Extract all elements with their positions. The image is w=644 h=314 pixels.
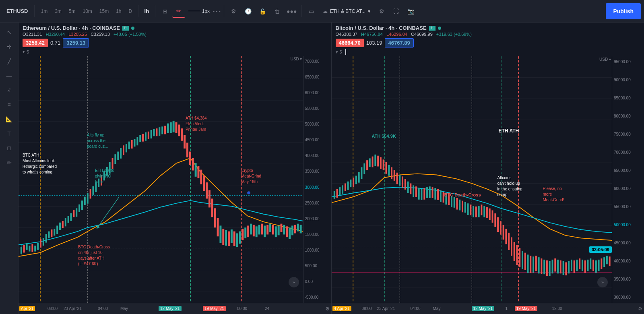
tf-10m[interactable]: 10m [80,7,95,16]
svg-rect-31 [59,223,61,230]
more-icon[interactable]: ●●● [285,5,298,18]
measure-tool[interactable]: 📐 [3,113,16,126]
eth-time-0800: 08:00 [47,306,58,311]
eth-price-mid: 0.71 [50,40,60,46]
svg-rect-235 [595,260,597,273]
alert-icon[interactable]: 🕐 [242,5,255,18]
btc-time-settings[interactable]: ⚙ [638,306,642,312]
svg-rect-82 [200,170,202,184]
btc-time-12may: 12 May '21 [472,306,495,311]
chart-name-dropdown[interactable]: ▾ [368,8,370,14]
chart-name-label: ETH & BTC AT... [330,8,365,14]
svg-rect-63 [148,132,149,139]
eth-collapse-btn[interactable]: ▾ 5 [23,49,327,54]
svg-rect-200 [500,221,501,234]
btc-price-mid: 103.19 [366,40,382,46]
svg-rect-34 [68,216,69,223]
svg-rect-79 [192,158,194,171]
eth-time-settings[interactable]: ⚙ [325,306,330,312]
btc-chart-body[interactable]: USD ▾ [332,56,644,303]
svg-rect-109 [275,226,277,237]
svg-rect-187 [464,202,466,213]
svg-rect-208 [522,251,523,269]
svg-rect-226 [570,260,572,271]
btc-time-23apr: 23 Apr '21 [377,306,395,311]
svg-rect-168 [413,185,414,197]
svg-rect-38 [78,205,80,212]
svg-rect-30 [56,225,58,234]
layout-icon[interactable]: ⊞ [159,5,171,18]
tf-5m[interactable]: 5m [66,7,78,16]
chart-settings-icon[interactable]: ⚙ [375,5,388,18]
svg-rect-232 [587,260,588,271]
svg-rect-47 [103,171,105,180]
tf-15m[interactable]: 15m [97,7,111,16]
svg-rect-83 [203,176,205,191]
svg-rect-148 [358,172,359,183]
chart-name-area: ☁ ETH & BTC AT... ▾ [320,8,374,14]
svg-rect-89 [219,225,221,243]
snapshot-icon[interactable]: 📷 [404,5,417,18]
svg-rect-53 [120,148,122,159]
svg-rect-33 [65,218,66,226]
eth-chart-body[interactable]: USD ▾ [19,56,331,303]
btc-change: +319.63 (+0.69%) [436,32,472,37]
text-tool[interactable]: T [3,127,16,140]
svg-rect-211 [530,256,531,273]
tf-1m[interactable]: 1m [38,7,50,16]
svg-rect-214 [538,257,539,273]
svg-rect-72 [173,121,175,132]
svg-rect-67 [159,127,160,136]
svg-rect-118 [300,225,302,233]
svg-rect-71 [170,122,172,133]
trash-icon[interactable]: 🗑 [271,5,284,18]
panel-icon[interactable]: ▭ [305,5,318,18]
svg-rect-102 [256,226,258,237]
horizontal-line-tool[interactable]: — [3,69,16,82]
fib-tool[interactable]: ≡ [3,98,16,111]
eth-title-row: Ethereum / U.S. Dollar · 4h · COINBASE 🏳 [23,25,327,31]
svg-rect-54 [123,145,124,155]
svg-rect-153 [372,157,373,167]
svg-rect-201 [502,225,504,240]
symbol-label: ETHUSD [3,8,31,14]
publish-button[interactable]: Publish [606,3,641,19]
btc-collapse-val: 5 [340,50,342,54]
brush-tool[interactable]: ✏ [3,156,16,169]
fullscreen-icon[interactable]: ⛶ [390,5,402,18]
settings-icon[interactable]: ⚙ [227,5,240,18]
svg-rect-183 [453,197,455,208]
svg-rect-176 [434,188,436,200]
svg-rect-163 [399,175,400,186]
svg-rect-19 [26,243,28,250]
tf-1h[interactable]: 1h [113,7,124,16]
eth-chevron-more[interactable]: » [289,277,299,287]
svg-rect-170 [418,188,419,200]
lock-icon[interactable]: 🔒 [256,5,269,18]
svg-rect-182 [451,196,452,207]
btc-collapse-btn[interactable]: ▾ 5 [336,49,640,55]
svg-rect-104 [261,224,263,235]
btc-high: H46756.84 [361,32,383,37]
crosshair-tool[interactable]: ✛ [3,40,16,53]
svg-rect-115 [291,225,293,235]
tf-3m[interactable]: 3m [52,7,64,16]
svg-rect-231 [584,260,586,273]
btc-chevron-more[interactable]: » [597,277,608,287]
shape-tool[interactable]: □ [3,142,16,155]
cursor-tool[interactable]: ↖ [3,26,16,39]
charts-container: Ethereum / U.S. Dollar · 4h · COINBASE 🏳… [19,23,644,314]
eth-price-boxes: 3258.42 0.71 3259.13 [23,38,327,48]
svg-rect-215 [541,258,542,274]
pen-icon[interactable]: ✏ [172,5,185,18]
eth-time-0400: 04:00 [98,306,108,311]
svg-rect-217 [546,260,548,276]
channel-tool[interactable]: ⫽ [3,84,16,97]
tf-d[interactable]: D [126,7,135,16]
trend-line-tool[interactable]: ╱ [3,55,16,68]
btc-time-0800: 08:00 [362,306,372,311]
svg-rect-178 [440,190,441,202]
svg-rect-114 [289,227,291,239]
svg-rect-193 [481,205,482,215]
eth-chart-panel: Ethereum / U.S. Dollar · 4h · COINBASE 🏳… [19,23,332,314]
